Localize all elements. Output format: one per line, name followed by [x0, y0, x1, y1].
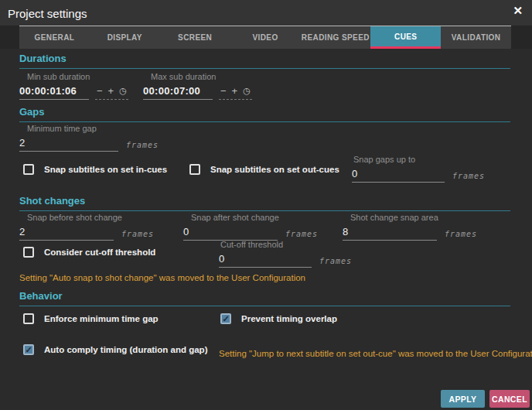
clock-icon[interactable]: ◷: [243, 87, 251, 95]
minimum-time-gap-field: Minimum time gap 2 frames: [19, 124, 159, 152]
snap-before-shot-change-field: Snap before shot change 2 frames: [19, 213, 154, 241]
snap-before-shot-change-unit: frames: [121, 230, 154, 241]
enforce-min-gap-label: Enforce minimum time gap: [44, 314, 159, 323]
max-sub-duration-label: Max sub duration: [151, 72, 252, 81]
snap-in-cues-label: Snap subtitles on set in-cues: [44, 165, 167, 174]
project-settings-dialog: Project settings ✕ GENERAL DISPLAY SCREE…: [0, 0, 532, 410]
consider-cutoff-checkbox-row[interactable]: Consider cut-off threshold: [23, 247, 155, 258]
max-sub-duration-input[interactable]: 00:00:07:00: [143, 85, 213, 100]
prevent-overlap-checkbox[interactable]: [220, 313, 231, 324]
snap-before-shot-change-label: Snap before shot change: [27, 213, 154, 222]
dialog-title: Project settings: [8, 7, 87, 20]
prevent-overlap-label: Prevent timing overlap: [241, 314, 337, 323]
consider-cutoff-checkbox[interactable]: [23, 247, 34, 258]
snap-after-shot-change-label: Snap after shot change: [191, 213, 318, 222]
section-behavior-header: Behavior: [19, 290, 510, 306]
cutoff-threshold-input[interactable]: 0: [219, 253, 312, 268]
snap-out-cues-label: Snap subtitles on set out-cues: [210, 165, 339, 174]
section-gaps-header: Gaps: [19, 106, 510, 122]
plus-icon[interactable]: +: [232, 86, 238, 96]
shot-change-snap-area-label: Shot change snap area: [350, 213, 477, 222]
snap-in-cues-checkbox-row[interactable]: Snap subtitles on set in-cues: [23, 164, 167, 175]
minimum-time-gap-unit: frames: [126, 141, 159, 152]
minus-icon[interactable]: −: [97, 86, 103, 96]
min-sub-duration-input[interactable]: 00:00:01:06: [19, 85, 89, 100]
behavior-notice: Setting "Jump to next subtitle on set ou…: [219, 349, 532, 358]
snap-after-shot-change-input[interactable]: 0: [183, 226, 278, 241]
prevent-overlap-checkbox-row[interactable]: Prevent timing overlap: [220, 313, 337, 324]
tab-validation[interactable]: VALIDATION: [441, 26, 511, 49]
plus-icon[interactable]: +: [108, 86, 114, 96]
section-shot-changes-header: Shot changes: [19, 195, 510, 211]
tab-reading-speed[interactable]: READING SPEED: [300, 26, 370, 49]
cutoff-threshold-field: Cut-off threshold 0 frames: [219, 240, 352, 268]
clock-icon[interactable]: ◷: [119, 87, 127, 95]
snap-before-shot-change-input[interactable]: 2: [19, 226, 114, 241]
max-sub-duration-field: Max sub duration 00:00:07:00 − + ◷: [143, 72, 252, 100]
auto-comply-label: Auto comply timing (duration and gap): [44, 345, 207, 354]
auto-comply-checkbox-row[interactable]: Auto comply timing (duration and gap): [23, 344, 207, 355]
minus-icon[interactable]: −: [220, 86, 227, 96]
cutoff-threshold-unit: frames: [319, 257, 352, 268]
snap-gaps-up-to-label: Snap gaps up to: [353, 155, 485, 164]
shot-change-snap-area-unit: frames: [445, 230, 477, 241]
close-icon[interactable]: ✕: [513, 5, 523, 16]
tab-general[interactable]: GENERAL: [19, 26, 90, 49]
cutoff-threshold-label: Cut-off threshold: [220, 240, 352, 249]
snap-gaps-up-to-field: Snap gaps up to 0 frames: [352, 155, 485, 183]
min-sub-duration-field: Min sub duration 00:00:01:06 − + ◷: [19, 72, 128, 100]
snap-out-cues-checkbox[interactable]: [189, 164, 200, 175]
shot-changes-notice: Setting "Auto snap to shot change" was m…: [19, 273, 305, 282]
cancel-button[interactable]: CANCEL: [489, 390, 530, 408]
tab-screen[interactable]: SCREEN: [160, 26, 230, 49]
consider-cutoff-label: Consider cut-off threshold: [44, 248, 155, 257]
snap-in-cues-checkbox[interactable]: [23, 164, 34, 175]
snap-after-shot-change-field: Snap after shot change 0 frames: [183, 213, 318, 241]
minimum-time-gap-input[interactable]: 2: [19, 137, 118, 152]
shot-change-snap-area-field: Shot change snap area 8 frames: [343, 213, 477, 241]
snap-gaps-up-to-unit: frames: [452, 172, 485, 183]
enforce-min-gap-checkbox-row[interactable]: Enforce minimum time gap: [23, 313, 159, 324]
min-sub-duration-steppers: − + ◷: [95, 86, 128, 100]
max-sub-duration-steppers: − + ◷: [219, 86, 252, 100]
title-bar: Project settings ✕: [0, 0, 532, 26]
section-durations-header: Durations: [19, 53, 510, 69]
min-sub-duration-label: Min sub duration: [27, 72, 128, 81]
minimum-time-gap-label: Minimum time gap: [27, 124, 159, 133]
tab-strip: GENERAL DISPLAY SCREEN VIDEO READING SPE…: [19, 26, 511, 49]
tab-display[interactable]: DISPLAY: [90, 26, 160, 49]
snap-gaps-up-to-input[interactable]: 0: [352, 168, 445, 183]
auto-comply-checkbox[interactable]: [23, 344, 34, 355]
tab-row: GENERAL DISPLAY SCREEN VIDEO READING SPE…: [0, 26, 532, 49]
shot-change-snap-area-input[interactable]: 8: [343, 226, 437, 241]
tab-video[interactable]: VIDEO: [230, 26, 301, 49]
snap-after-shot-change-unit: frames: [285, 230, 318, 241]
enforce-min-gap-checkbox[interactable]: [23, 313, 34, 324]
tab-cues[interactable]: CUES: [370, 26, 441, 49]
snap-out-cues-checkbox-row[interactable]: Snap subtitles on set out-cues: [189, 164, 339, 175]
apply-button[interactable]: APPLY: [441, 390, 485, 408]
